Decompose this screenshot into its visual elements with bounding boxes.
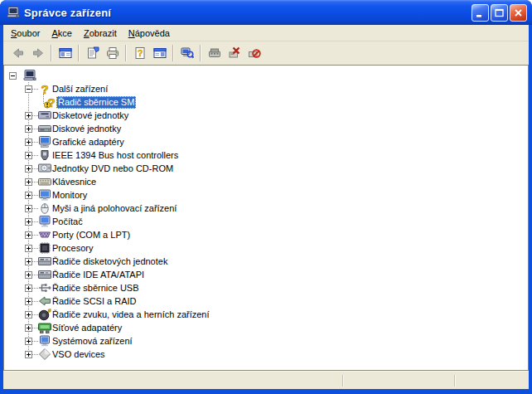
tree-expander-plus-icon[interactable] xyxy=(25,285,32,292)
tree-item-label[interactable]: Systémová zařízení xyxy=(51,335,134,348)
show-hide-console-tree-button[interactable] xyxy=(56,44,75,62)
speaker-icon xyxy=(38,308,51,321)
printer-icon xyxy=(106,46,119,60)
tree-expander-plus-icon[interactable] xyxy=(25,338,32,345)
dvd-drive-icon xyxy=(38,162,51,175)
tree-item-label[interactable]: Disketové jednotky xyxy=(51,109,130,122)
show-hide-action-pane-button[interactable] xyxy=(150,44,170,62)
ieee-1394-icon xyxy=(38,148,51,162)
tree-expander-plus-icon[interactable] xyxy=(25,112,32,119)
tree-expander-minus-icon[interactable] xyxy=(9,72,17,80)
tree-expander-plus-icon[interactable] xyxy=(25,218,32,226)
tree-item-label[interactable]: Síťové adapatéry xyxy=(51,322,123,334)
tree-item-label[interactable]: Další zařízení xyxy=(51,83,109,95)
tree-expander-plus-icon[interactable] xyxy=(25,298,32,305)
svg-text:?: ? xyxy=(41,82,48,95)
title-bar[interactable]: Správce zařízení xyxy=(0,0,532,25)
tree-expander-plus-icon[interactable] xyxy=(25,271,32,279)
help-button[interactable]: ? xyxy=(130,44,150,62)
serial-port-icon xyxy=(38,228,51,241)
print-button[interactable] xyxy=(103,44,123,62)
tree-item-scsi-raid-controllers: Řadiče SCSI a RAID xyxy=(4,294,528,308)
tree-item-label[interactable]: Řadiče sběrnice USB xyxy=(51,282,141,294)
unknown-device-alert-icon: ? xyxy=(44,95,57,109)
controller-card-icon xyxy=(38,255,51,268)
minimize-button[interactable] xyxy=(472,4,489,22)
toolbar: ? xyxy=(3,41,529,65)
tree-item-mice-pointing-devices: Myši a jiná polohovací zařízení xyxy=(4,202,528,215)
tree-item-label[interactable]: IEEE 1394 Bus host controllers xyxy=(51,149,180,162)
window-title: Správce zařízení xyxy=(24,7,472,19)
tree-item-label[interactable]: Diskové jednotky xyxy=(51,123,123,135)
tree-expander-plus-icon[interactable] xyxy=(25,178,32,186)
network-adapter-icon xyxy=(38,321,51,334)
computer-icon xyxy=(38,215,51,228)
tree-item-label[interactable]: Monitory xyxy=(51,189,89,202)
menu-item-napoveda[interactable]: Nápověda xyxy=(123,27,176,40)
tree-item-label[interactable]: Řadiče zvuku, videa a herních zařízení xyxy=(51,309,211,321)
properties-icon xyxy=(86,46,99,60)
tree-expander-plus-icon[interactable] xyxy=(25,258,32,265)
mouse-icon xyxy=(38,202,51,215)
back-button[interactable] xyxy=(8,44,28,62)
tree-expander-plus-icon[interactable] xyxy=(25,152,32,159)
menu-bar: SouborAkceZobrazitNápověda xyxy=(3,25,529,41)
unknown-device-icon: ? xyxy=(38,82,51,95)
device-tree: ?Další zařízení?Řadič sběrnice SMDisketo… xyxy=(3,65,529,371)
close-button[interactable] xyxy=(510,4,527,22)
tree-expander-plus-icon[interactable] xyxy=(25,245,32,252)
disable-button[interactable] xyxy=(244,44,264,62)
tree-item-label[interactable]: Jednotky DVD nebo CD-ROM xyxy=(51,163,175,175)
tree-item-label[interactable]: Myši a jiná polohovací zařízení xyxy=(51,202,178,215)
tree-item-sound-video-game-controllers: Řadiče zvuku, videa a herních zařízení xyxy=(4,308,528,321)
tree-expander-minus-icon[interactable] xyxy=(25,85,32,93)
toolbar-separator xyxy=(125,45,127,61)
maximize-icon xyxy=(494,7,505,18)
tree-item-disk-drives: Diskové jednotky xyxy=(4,122,528,135)
tree-item-processors: Procesory xyxy=(4,241,528,255)
uninstall-button[interactable] xyxy=(225,44,244,62)
update-driver-button[interactable] xyxy=(205,44,225,62)
tree-item-ports-com-lpt: Porty (COM a LPT) xyxy=(4,228,528,241)
minimize-icon xyxy=(475,7,486,18)
maximize-button[interactable] xyxy=(491,4,508,22)
tree-expander-plus-icon[interactable] xyxy=(25,205,32,212)
tree-expander-plus-icon[interactable] xyxy=(25,231,32,239)
menu-item-zobrazit[interactable]: Zobrazit xyxy=(78,27,123,40)
tree-item-label[interactable]: Počítač xyxy=(51,216,85,228)
scsi-connector-icon xyxy=(38,294,51,308)
tree-item-label[interactable]: Řadiče IDE ATA/ATAPI xyxy=(51,269,146,281)
tree-expander-plus-icon[interactable] xyxy=(25,125,32,133)
tree-item-label[interactable]: Řadič sběrnice SM xyxy=(56,96,136,109)
tree-expander-plus-icon[interactable] xyxy=(25,311,32,319)
tree-item-label[interactable]: Porty (COM a LPT) xyxy=(51,229,132,241)
tree-item-vso-devices: VSO devices xyxy=(4,348,528,361)
tree-item-usb-controllers: Řadiče sběrnice USB xyxy=(4,281,528,294)
tree-item-label[interactable]: Klávesnice xyxy=(51,176,98,188)
tree-item-label[interactable]: Procesory xyxy=(51,242,95,255)
tree-item-label[interactable]: Grafické adaptéry xyxy=(51,136,126,148)
properties-button[interactable] xyxy=(83,44,103,62)
toolbar-separator xyxy=(200,45,201,61)
menu-item-akce[interactable]: Akce xyxy=(46,27,77,40)
scan-hardware-changes-button[interactable] xyxy=(177,44,197,62)
tree-expander-plus-icon[interactable] xyxy=(25,324,32,332)
monitor-icon xyxy=(38,188,51,202)
menu-item-soubor[interactable]: Soubor xyxy=(5,27,46,40)
tree-item-floppy-controllers: Řadiče disketových jednotek xyxy=(4,255,528,268)
tree-item-label[interactable]: VSO devices xyxy=(51,348,107,361)
status-panel-divider xyxy=(342,375,344,387)
tree-expander-plus-icon[interactable] xyxy=(25,351,32,358)
forward-button[interactable] xyxy=(28,44,48,62)
tree-item-label[interactable]: Řadiče SCSI a RAID xyxy=(51,295,138,308)
disk-drive-icon xyxy=(38,122,51,135)
tree-item-display-adapters: Grafické adaptéry xyxy=(4,135,528,148)
window-controls xyxy=(472,4,527,22)
tree-expander-plus-icon[interactable] xyxy=(25,165,32,173)
floppy-drive-icon xyxy=(38,109,51,122)
tree-expander-plus-icon[interactable] xyxy=(25,139,32,146)
tree-expander-plus-icon[interactable] xyxy=(25,192,32,199)
tree-item-label[interactable]: Řadiče disketových jednotek xyxy=(51,255,169,268)
tree-item-root-computer xyxy=(4,69,528,82)
svg-text:?: ? xyxy=(138,48,143,58)
